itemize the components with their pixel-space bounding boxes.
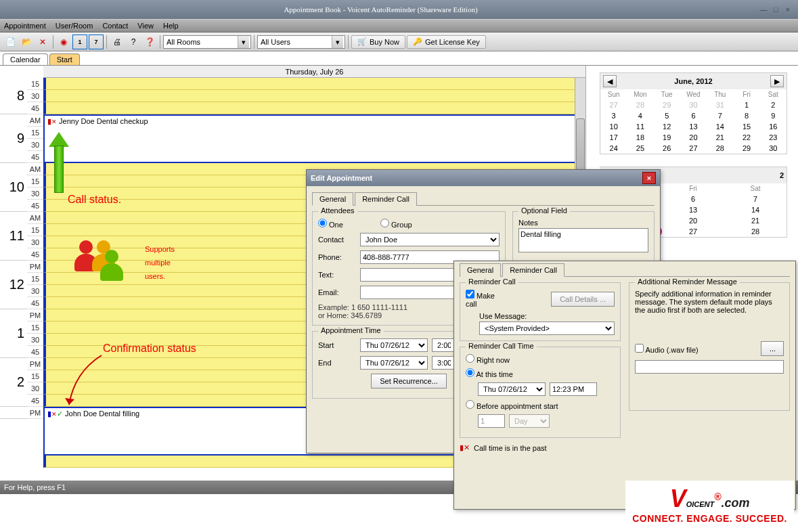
end-date-select[interactable]: Thu 07/26/12 [360, 356, 428, 370]
title-bar: Appointment Book - Voicent AutoReminder … [0, 0, 798, 19]
dialog-title-bar[interactable]: Edit Appointment × [307, 170, 660, 186]
license-key-button[interactable]: 🔑Get License Key [407, 35, 486, 49]
reminder-call-group: Reminder Call Make call Call Details ...… [460, 282, 621, 341]
dlg1-tab-reminder[interactable]: Reminder Call [355, 192, 417, 206]
delete-icon[interactable]: ✕ [35, 35, 50, 49]
time-ruler: 8153045 9AM153045 10AM153045 11AM153045 … [0, 78, 43, 419]
start-date-select[interactable]: Thu 07/26/12 [360, 338, 428, 352]
buy-now-button[interactable]: 🛒Buy Now [351, 35, 405, 49]
mini-calendar-june[interactable]: ◀ June, 2012 ▶ SunMonTueWedThuFriSat2728… [600, 72, 787, 154]
dlg2-tab-general[interactable]: General [460, 263, 501, 277]
make-call-checkbox[interactable] [466, 290, 474, 298]
print-icon[interactable]: 🖨 [110, 35, 125, 49]
contact-select[interactable]: John Doe [360, 233, 500, 246]
annotation-arrow [49, 132, 69, 193]
user-combo[interactable]: All Users [257, 35, 345, 49]
toolbar: 📄 📂 ✕ ◉ 1 7 🖨 ? ❓ All Rooms All Users 🛒B… [0, 32, 798, 51]
set-recurrence-button[interactable]: Set Recurrence... [371, 374, 447, 389]
additional-reminder-group: Additional Reminder Message Specify addi… [629, 282, 790, 411]
minimize-button[interactable]: — [757, 5, 770, 14]
room-combo[interactable]: All Rooms [163, 35, 251, 49]
day7-icon[interactable]: 7 [89, 35, 104, 49]
at-time-radio[interactable] [466, 368, 474, 377]
month-label: June, 2012 [674, 77, 712, 85]
open-icon[interactable]: 📂 [19, 35, 34, 49]
browse-audio-button[interactable]: ... [761, 341, 784, 356]
annotation-curved-arrow [61, 352, 108, 413]
new-icon[interactable]: 📄 [3, 35, 18, 49]
menu-user-room[interactable]: User/Room [56, 22, 93, 30]
maximize-button[interactable]: □ [770, 5, 782, 14]
day-header: Thursday, July 26 [43, 66, 585, 78]
voicent-logo: VOICENT®.com CONNECT. ENGAGE. SUCCEED. [625, 481, 794, 528]
today-icon[interactable]: ◉ [56, 35, 71, 49]
appointment-jenny[interactable]: ▮✕ Jenny Doe Dental checkup [43, 114, 580, 163]
view-tabs: Calendar Start [0, 51, 798, 65]
use-message-select[interactable]: <System Provided> [479, 322, 615, 335]
prev-month-button[interactable]: ◀ [603, 75, 617, 87]
reminder-date-select[interactable]: Thu 07/26/12 [478, 382, 546, 396]
close-button[interactable]: × [782, 5, 794, 14]
attendee-group-radio[interactable] [380, 219, 389, 227]
menu-bar: Appointment User/Room Contact View Help [0, 19, 798, 32]
audio-checkbox[interactable] [635, 344, 644, 353]
reminder-time-input[interactable] [550, 382, 597, 396]
day1-icon[interactable]: 1 [72, 35, 87, 49]
audio-path-input [635, 360, 784, 374]
menu-help[interactable]: Help [163, 22, 179, 30]
tab-calendar[interactable]: Calendar [3, 53, 48, 65]
help-icon[interactable]: ❓ [142, 35, 157, 49]
call-details-button[interactable]: Call Details ... [551, 292, 615, 307]
before-unit-select: Day [509, 414, 550, 428]
tab-start[interactable]: Start [49, 53, 80, 65]
right-now-radio[interactable] [466, 354, 474, 363]
before-num-input [478, 414, 505, 428]
reminder-call-time-group: Reminder Call Time Right now At this tim… [460, 347, 621, 438]
annotation-call-status: Call status. [68, 194, 121, 206]
about-icon[interactable]: ? [126, 35, 141, 49]
menu-contact[interactable]: Contact [102, 22, 128, 30]
annotation-multi-users: Supportsmultipleusers. [145, 242, 175, 283]
attendee-one-radio[interactable] [318, 219, 327, 227]
notes-textarea[interactable] [518, 228, 648, 252]
menu-view[interactable]: View [137, 22, 154, 30]
reminder-call-panel: General Reminder Call Reminder Call Make… [453, 261, 796, 510]
before-appt-radio[interactable] [466, 400, 474, 409]
next-month-button[interactable]: ▶ [770, 75, 784, 87]
window-title: Appointment Book - Voicent AutoReminder … [4, 5, 757, 14]
optional-field-group: Optional Field Notes [512, 211, 655, 263]
menu-appointment[interactable]: Appointment [4, 22, 46, 30]
annotation-people-icon [81, 240, 125, 282]
dialog-close-icon[interactable]: × [642, 172, 656, 184]
dlg2-tab-reminder[interactable]: Reminder Call [502, 263, 564, 277]
warning-text: Call time is in the past [474, 444, 547, 452]
annotation-confirm-status: Confirmation status [103, 342, 196, 355]
dlg1-tab-general[interactable]: General [312, 192, 353, 206]
